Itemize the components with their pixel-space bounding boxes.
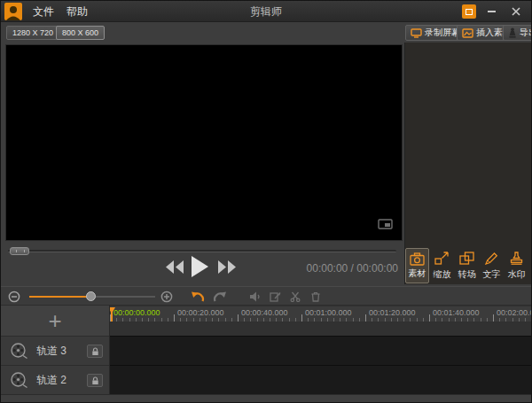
zoom-out-icon (8, 291, 20, 303)
speaker-icon (249, 291, 261, 302)
ruler-label: 00:01:20.000 (369, 308, 416, 317)
export-label: 导出 (520, 27, 532, 39)
add-track-button[interactable]: + (1, 306, 109, 336)
close-button[interactable] (506, 4, 526, 19)
screen-record-icon (411, 28, 422, 38)
track-3-lock-button[interactable] (87, 345, 103, 358)
track-row-2[interactable]: 轨道 2 (1, 365, 109, 394)
resolution-1280x720-button[interactable]: 1280 X 720 (6, 26, 59, 40)
edit-clip-button[interactable] (270, 291, 281, 302)
ruler-label: 00:00:40.000 (241, 308, 288, 317)
tab-zoom-label: 缩放 (434, 268, 451, 281)
tab-zoom[interactable]: 缩放 (430, 248, 454, 283)
top-toolbar: 1280 X 720 800 X 600 录制屏幕 插入素材 导出 (1, 23, 531, 43)
close-icon (512, 7, 520, 16)
track-3-lane[interactable] (110, 336, 532, 365)
track-2-label: 轨道 2 (36, 373, 66, 388)
zoom-slider-fill (29, 296, 91, 298)
record-screen-label: 录制屏幕 (425, 27, 460, 39)
scale-icon (434, 252, 450, 265)
monitor-icon (378, 219, 393, 230)
tab-text-label: 文字 (483, 268, 501, 281)
rewind-icon (166, 260, 184, 274)
play-icon (192, 256, 208, 277)
menu-help[interactable]: 帮助 (59, 1, 95, 22)
minimize-icon (488, 11, 496, 12)
film-reel-icon (10, 342, 27, 360)
tab-transition[interactable]: 转场 (455, 248, 479, 283)
zoom-slider-handle[interactable] (86, 291, 96, 301)
ruler-label: 00:01:40.000 (433, 308, 480, 317)
ruler-label: 00:00:00.000 (113, 308, 160, 317)
scissors-icon (290, 291, 301, 302)
track-3-label: 轨道 3 (36, 344, 66, 359)
tab-material-label: 素材 (409, 267, 426, 280)
tab-watermark-label: 水印 (508, 268, 526, 281)
export-icon (508, 27, 517, 38)
title-bar: 文件 帮助 剪辑师 (1, 1, 531, 22)
horizontal-scrollbar[interactable] (1, 394, 531, 403)
zoom-in-button[interactable] (160, 291, 173, 303)
video-preview (5, 44, 403, 241)
menu-file[interactable]: 文件 (26, 1, 61, 22)
tab-text[interactable]: 文字 (480, 248, 504, 283)
edit-icon (270, 291, 281, 302)
tab-material[interactable]: 素材 (405, 248, 429, 283)
minimize-button[interactable] (481, 4, 501, 19)
resolution-800x600-button[interactable]: 800 X 600 (56, 26, 105, 40)
redo-button[interactable] (213, 291, 227, 303)
fit-screen-button[interactable] (378, 218, 393, 234)
lock-icon (91, 376, 99, 385)
transition-icon (459, 252, 474, 265)
timeline-lane-area: 00:00:00.000 00:00:20.000 00:00:40.000 0… (110, 306, 532, 394)
lock-icon (91, 347, 99, 356)
ruler-label: 00:02:00.000 (497, 308, 532, 317)
trash-icon (310, 291, 321, 302)
time-display: 00:00:00 / 00:00:00 (292, 262, 398, 275)
tab-watermark[interactable]: 水印 (505, 248, 528, 283)
rewind-button[interactable] (166, 260, 184, 274)
timeline-toolbar (1, 286, 531, 306)
track-row-3[interactable]: 轨道 3 (1, 336, 109, 365)
timeline-ruler[interactable]: 00:00:00.000 00:00:20.000 00:00:40.000 0… (110, 306, 532, 322)
mute-button[interactable] (249, 291, 261, 302)
fast-forward-icon (217, 260, 236, 274)
seek-track[interactable] (8, 250, 396, 252)
undo-icon (191, 291, 205, 303)
app-window: 文件 帮助 剪辑师 1280 X 720 800 X 600 录制屏幕 (0, 0, 532, 403)
pencil-icon (484, 252, 499, 265)
app-logo-icon (4, 3, 22, 20)
fast-forward-button[interactable] (217, 260, 236, 274)
playhead-line (111, 307, 113, 322)
stamp-icon (509, 252, 524, 265)
camera-icon (410, 252, 425, 266)
export-button[interactable]: 导出 (503, 25, 532, 41)
zoom-out-button[interactable] (8, 291, 20, 303)
insert-media-icon (462, 28, 473, 38)
restore-icon (466, 9, 473, 15)
seek-handle[interactable] (10, 247, 29, 255)
film-reel-icon (10, 371, 27, 389)
play-button[interactable] (192, 256, 208, 277)
restore-button[interactable] (462, 4, 476, 19)
tab-transition-label: 转场 (458, 268, 476, 281)
undo-button[interactable] (191, 291, 205, 303)
delete-button[interactable] (310, 291, 321, 302)
ruler-label: 00:00:20.000 (177, 308, 224, 317)
track-2-lane[interactable] (110, 365, 532, 394)
track-2-lock-button[interactable] (87, 374, 103, 387)
redo-icon (213, 291, 227, 303)
ruler-label: 00:01:00.000 (305, 308, 352, 317)
person-icon (4, 4, 22, 20)
zoom-in-icon (160, 291, 173, 303)
split-button[interactable] (290, 291, 301, 302)
